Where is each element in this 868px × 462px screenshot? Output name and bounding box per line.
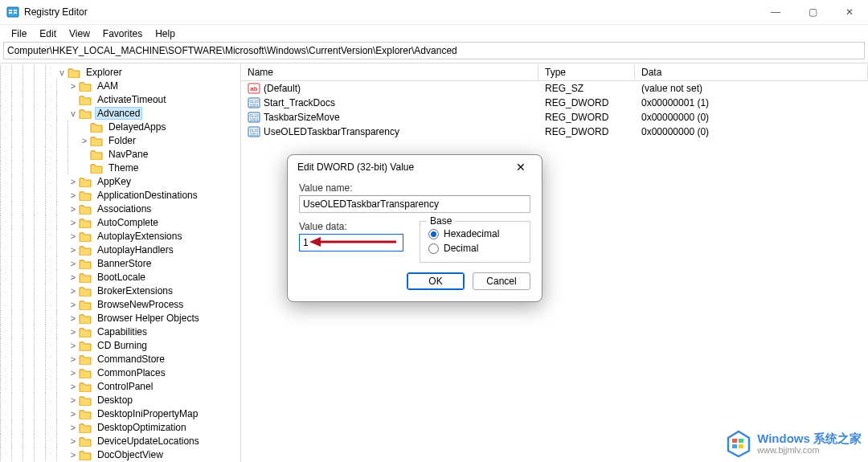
tree-item-activatetimeout[interactable]: ActivateTimeout bbox=[0, 92, 240, 106]
value-data-label: Value data: bbox=[299, 221, 403, 232]
menu-view[interactable]: View bbox=[63, 27, 96, 41]
tree-item-label: Capabilities bbox=[95, 326, 149, 337]
tree-expander[interactable]: > bbox=[68, 231, 79, 241]
tree-expander[interactable] bbox=[79, 163, 90, 173]
tree-item-commonplaces[interactable]: >CommonPlaces bbox=[0, 366, 240, 379]
tree-item-autoplayhandlers[interactable]: >AutoplayHandlers bbox=[0, 243, 240, 256]
folder-icon bbox=[79, 203, 92, 215]
tree-item-appkey[interactable]: >AppKey bbox=[0, 174, 240, 188]
tree-expander[interactable]: > bbox=[68, 259, 79, 268]
svg-rect-1 bbox=[9, 10, 12, 11]
value-row[interactable]: 01101001Start_TrackDocsREG_DWORD0x000000… bbox=[241, 96, 868, 110]
tree-expander[interactable] bbox=[79, 149, 90, 159]
tree-expander[interactable]: > bbox=[68, 423, 79, 432]
tree-expander[interactable] bbox=[79, 122, 90, 132]
tree-item-autocomplete[interactable]: >AutoComplete bbox=[0, 215, 240, 229]
tree-item-theme[interactable]: Theme bbox=[0, 161, 240, 174]
folder-icon bbox=[79, 326, 92, 337]
value-name-field[interactable] bbox=[299, 195, 530, 213]
value-row[interactable]: ab(Default)REG_SZ(value not set) bbox=[241, 81, 868, 96]
folder-icon bbox=[79, 108, 92, 119]
tree-expander[interactable]: > bbox=[68, 272, 79, 282]
window-close-button[interactable]: ✕ bbox=[831, 0, 868, 24]
value-row[interactable]: 01101001UseOLEDTaskbarTransparencyREG_DW… bbox=[241, 125, 868, 139]
tree-expander[interactable]: > bbox=[79, 136, 90, 145]
tree-item-deviceupdatelocations[interactable]: >DeviceUpdateLocations bbox=[0, 434, 240, 448]
tree-item-controlpanel[interactable]: >ControlPanel bbox=[0, 379, 240, 393]
tree-expander[interactable]: > bbox=[68, 436, 79, 446]
tree-expander[interactable]: > bbox=[68, 245, 79, 255]
tree-item-label: ControlPanel bbox=[95, 381, 155, 392]
menu-help[interactable]: Help bbox=[149, 27, 182, 41]
value-type: REG_DWORD bbox=[538, 97, 635, 108]
tree-item-associations[interactable]: >Associations bbox=[0, 202, 240, 215]
menu-favorites[interactable]: Favorites bbox=[96, 27, 149, 41]
tree-item-commandstore[interactable]: >CommandStore bbox=[0, 352, 240, 366]
tree-expander[interactable]: > bbox=[68, 368, 79, 378]
window-minimize-button[interactable]: — bbox=[757, 0, 794, 24]
svg-text:1001: 1001 bbox=[249, 103, 258, 108]
tree-item-label: Advanced bbox=[95, 107, 142, 120]
tree-expander[interactable] bbox=[68, 95, 79, 104]
tree-pane[interactable]: vExplorer>AAM ActivateTimeoutvAdvanced D… bbox=[0, 63, 241, 462]
tree-expander[interactable]: > bbox=[68, 190, 79, 200]
tree-expander[interactable]: > bbox=[68, 382, 79, 391]
tree-item-label: Associations bbox=[95, 203, 154, 215]
tree-item-brokerextensions[interactable]: >BrokerExtensions bbox=[0, 284, 240, 297]
address-bar-text: Computer\HKEY_LOCAL_MACHINE\SOFTWARE\Mic… bbox=[7, 45, 457, 56]
tree-item-navpane[interactable]: NavPane bbox=[0, 147, 240, 161]
tree-item-cd-burning[interactable]: >CD Burning bbox=[0, 338, 240, 352]
tree-item-aam[interactable]: >AAM bbox=[0, 79, 240, 92]
address-bar[interactable]: Computer\HKEY_LOCAL_MACHINE\SOFTWARE\Mic… bbox=[3, 42, 865, 59]
tree-item-applicationdestinations[interactable]: >ApplicationDestinations bbox=[0, 188, 240, 202]
tree-expander[interactable]: > bbox=[68, 286, 79, 296]
tree-item-desktop[interactable]: >Desktop bbox=[0, 393, 240, 407]
tree-expander[interactable]: > bbox=[68, 409, 79, 419]
tree-item-bannerstore[interactable]: >BannerStore bbox=[0, 256, 240, 270]
column-header-name[interactable]: Name bbox=[241, 65, 538, 80]
ok-button[interactable]: OK bbox=[407, 272, 465, 290]
cancel-button[interactable]: Cancel bbox=[473, 272, 530, 290]
tree-expander[interactable]: > bbox=[68, 395, 79, 405]
value-data: (value not set) bbox=[635, 83, 868, 94]
tree-expander[interactable]: > bbox=[68, 300, 79, 309]
radio-hexadecimal[interactable]: Hexadecimal bbox=[428, 227, 522, 241]
tree-item-explorer[interactable]: vExplorer bbox=[0, 65, 240, 79]
radio-decimal[interactable]: Decimal bbox=[428, 241, 522, 256]
tree-item-autoplayextensions[interactable]: >AutoplayExtensions bbox=[0, 229, 240, 243]
tree-expander[interactable]: v bbox=[56, 67, 68, 77]
folder-icon bbox=[79, 176, 92, 187]
column-header-type[interactable]: Type bbox=[538, 65, 635, 80]
tree-item-desktopoptimization[interactable]: >DesktopOptimization bbox=[0, 420, 240, 434]
tree-expander[interactable]: > bbox=[68, 81, 79, 91]
tree-expander[interactable]: > bbox=[68, 327, 79, 337]
dialog-close-button[interactable]: ✕ bbox=[510, 156, 532, 178]
folder-icon bbox=[79, 94, 92, 105]
tree-expander[interactable]: > bbox=[68, 218, 79, 227]
value-data-field[interactable] bbox=[299, 234, 403, 251]
tree-expander[interactable]: > bbox=[68, 177, 79, 186]
window-maximize-button[interactable]: ▢ bbox=[794, 0, 831, 24]
tree-item-folder[interactable]: >Folder bbox=[0, 133, 240, 147]
tree-item-label: Explorer bbox=[84, 67, 125, 78]
tree-item-advanced[interactable]: vAdvanced bbox=[0, 106, 240, 120]
tree-item-browser-helper-objects[interactable]: >Browser Helper Objects bbox=[0, 311, 240, 325]
tree-item-docobjectview[interactable]: >DocObjectView bbox=[0, 448, 240, 461]
tree-item-bootlocale[interactable]: >BootLocale bbox=[0, 270, 240, 284]
tree-expander[interactable]: > bbox=[68, 341, 79, 350]
tree-item-capabilities[interactable]: >Capabilities bbox=[0, 325, 240, 338]
tree-item-label: AutoComplete bbox=[95, 217, 161, 228]
menu-edit[interactable]: Edit bbox=[33, 27, 63, 41]
column-header-data[interactable]: Data bbox=[635, 65, 868, 80]
value-row[interactable]: 01101001TaskbarSizeMoveREG_DWORD0x000000… bbox=[241, 110, 868, 125]
tree-item-desktopinipropertymap[interactable]: >DesktopIniPropertyMap bbox=[0, 407, 240, 420]
tree-expander[interactable]: v bbox=[68, 108, 79, 118]
tree-item-delayedapps[interactable]: DelayedApps bbox=[0, 120, 240, 133]
menu-file[interactable]: File bbox=[5, 27, 33, 41]
tree-expander[interactable]: > bbox=[68, 313, 79, 323]
tree-item-label: AutoplayExtensions bbox=[95, 231, 184, 242]
tree-expander[interactable]: > bbox=[68, 450, 79, 460]
tree-expander[interactable]: > bbox=[68, 354, 79, 364]
tree-expander[interactable]: > bbox=[68, 204, 79, 214]
tree-item-browsenewprocess[interactable]: >BrowseNewProcess bbox=[0, 297, 240, 311]
